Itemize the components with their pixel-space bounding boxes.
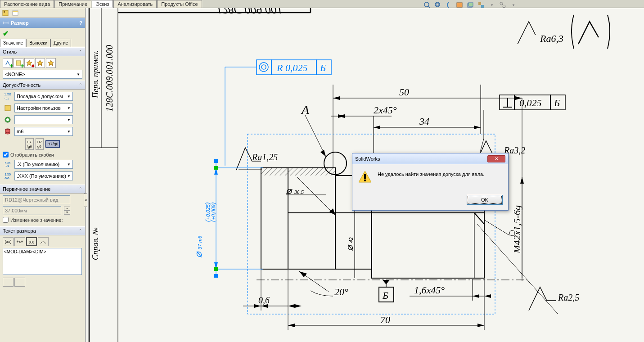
style-delete-icon[interactable]: ✖ <box>24 58 34 68</box>
hole-tolerance-icon <box>3 115 13 125</box>
svg-rect-15 <box>13 11 18 12</box>
svg-line-63 <box>305 115 326 157</box>
hole-tolerance-combo[interactable]: ▼ <box>14 115 73 124</box>
svg-line-11 <box>502 4 503 5</box>
dimtext-label: Текст размера <box>3 228 36 234</box>
section-dimtext-header[interactable]: Текст размера ⌃ <box>0 226 85 235</box>
tab-view-layout[interactable]: Расположение вида <box>0 0 54 8</box>
subtab-value[interactable]: Значение <box>0 39 26 47</box>
dimension-value-input[interactable] <box>3 206 61 215</box>
hide-show-icon[interactable] <box>477 1 486 9</box>
svg-rect-32 <box>257 60 271 75</box>
svg-rect-6 <box>468 3 473 6</box>
svg-marker-58 <box>374 126 380 129</box>
svg-point-33 <box>259 63 268 72</box>
svg-text:2x45°: 2x45° <box>374 104 397 116</box>
dimtext-parens-button[interactable]: (xx) <box>3 237 14 246</box>
sprav-no-label: Справ. № <box>91 227 100 260</box>
svg-text:50: 50 <box>399 86 409 98</box>
section-tolerance-header[interactable]: Допуск/Точность ⌃ <box>0 81 85 90</box>
dimtext-inspect-button[interactable]: +x+ <box>14 237 25 246</box>
dim-365: ⌀ 36,5 <box>286 177 335 215</box>
dialog-titlebar[interactable]: SolidWorks ✕ <box>352 153 508 164</box>
dimension-name-input[interactable] <box>3 195 70 204</box>
value-decrement[interactable]: ▼ <box>64 211 70 215</box>
dim-37-selected[interactable]: ⌀ 37 m6 (+0,025) (+0,009) <box>193 159 263 278</box>
tab-analyze[interactable]: Анализировать <box>113 0 157 8</box>
style-add-icon[interactable]: ✚ <box>14 58 23 68</box>
section-primary-header[interactable]: Первичное значение ⌃ <box>0 184 85 194</box>
svg-text:R  0,025: R 0,025 <box>276 62 307 73</box>
subtab-other[interactable]: Другие <box>50 39 71 47</box>
property-icon[interactable] <box>11 9 20 18</box>
panel-splitter[interactable] <box>84 194 87 207</box>
dimtext-arc-button[interactable] <box>38 237 49 246</box>
ok-check-icon[interactable]: ✔ <box>3 29 9 38</box>
zoom-area-icon[interactable] <box>433 1 442 9</box>
justify-left-button[interactable] <box>3 278 14 287</box>
precision1-combo[interactable]: .X (По умолчанию) ▼ <box>14 160 73 169</box>
svg-text:M42x1,5-6g: M42x1,5-6g <box>511 205 522 254</box>
style-save-icon[interactable] <box>35 58 45 68</box>
value-increment[interactable]: ▲ <box>64 207 70 211</box>
tolerance-settings-combo[interactable]: Настройки пользов ▼ <box>14 104 73 112</box>
override-checkbox[interactable] <box>3 217 9 223</box>
svg-text:(+0,009): (+0,009) <box>210 202 217 222</box>
display-style-icon[interactable] <box>466 1 475 9</box>
tolerance-type-combo[interactable]: Посадка с допуском ▼ <box>14 92 73 101</box>
ok-button[interactable]: OK <box>467 195 503 205</box>
dim-chamfer2: 2x45° <box>331 104 397 118</box>
svg-marker-98 <box>329 208 335 215</box>
style-load-icon[interactable] <box>46 58 56 68</box>
view-dropdown-icon[interactable]: ▼ <box>487 1 496 9</box>
subtab-leaders[interactable]: Выноски <box>26 39 50 47</box>
svg-rect-90 <box>214 267 218 271</box>
override-label: Измененное значение: <box>10 217 63 223</box>
tab-office[interactable]: Продукты Office <box>157 0 202 8</box>
dropdown-arrow-icon: ▼ <box>77 72 80 76</box>
svg-rect-136 <box>364 174 366 179</box>
tol-stacked-button[interactable]: H7g6 <box>36 138 44 150</box>
svg-rect-19 <box>5 105 10 111</box>
svg-rect-91 <box>214 166 218 170</box>
tol-linear-button[interactable]: H7/g6 <box>45 140 60 148</box>
prec1-value: .X (По умолчанию) <box>17 162 59 167</box>
show-parens-checkbox[interactable] <box>3 152 9 158</box>
tab-sketch[interactable]: Эскиз <box>92 0 113 8</box>
section-view-icon[interactable] <box>455 1 464 9</box>
link-icon[interactable] <box>498 1 507 9</box>
error-dialog: SolidWorks ✕ Не удалось найти значения д… <box>352 153 509 211</box>
svg-text:Ra2,5: Ra2,5 <box>558 292 579 302</box>
svg-rect-13 <box>4 11 5 13</box>
style-apply-icon[interactable]: ✚ <box>3 58 13 68</box>
tab-annotation[interactable]: Примечание <box>54 0 91 8</box>
previous-view-icon[interactable] <box>444 1 453 9</box>
justify-center-button[interactable] <box>14 278 25 287</box>
section-style-header[interactable]: Стиль ⌃ <box>0 47 85 56</box>
dim-chamfer16: 1,6x45° <box>410 279 491 301</box>
close-button[interactable]: ✕ <box>487 155 505 162</box>
tol-stacked-slash-button[interactable]: H7/g6 <box>25 138 34 150</box>
shaft-tolerance-combo[interactable]: m6 ▼ <box>14 127 73 136</box>
part-number: 128С.009.001.000 <box>104 45 114 112</box>
surface-finish-ra125: Ra1,25 <box>236 148 278 170</box>
dimtext-textarea[interactable]: <MOD-DIAM><DIM> <box>3 248 82 275</box>
help-button[interactable]: ? <box>79 20 82 26</box>
dropdown-arrow-icon: ▼ <box>67 162 71 166</box>
svg-marker-112 <box>477 324 484 327</box>
title-mirror: 128С.009.001 <box>216 8 282 16</box>
svg-text:20°: 20° <box>334 286 348 297</box>
perv-primen-label: Перв. примен. <box>91 50 100 99</box>
dimtext-box-button[interactable]: xx <box>26 237 37 246</box>
svg-text:Ra6,3: Ra6,3 <box>540 33 563 44</box>
precision2-combo[interactable]: .XXX (По умолчанию) ▼ <box>14 171 73 180</box>
view-dropdown2-icon[interactable]: ▼ <box>509 1 518 9</box>
svg-rect-69 <box>261 168 335 176</box>
primary-label: Первичное значение <box>3 186 50 192</box>
svg-rect-137 <box>364 180 366 181</box>
style-combo[interactable]: <NONE> ▼ <box>3 70 82 79</box>
zoom-fit-icon[interactable] <box>423 1 432 9</box>
style-label: Стиль <box>3 49 17 54</box>
feature-tree-icon[interactable] <box>1 9 10 18</box>
dim-20deg: 20° <box>299 271 348 297</box>
